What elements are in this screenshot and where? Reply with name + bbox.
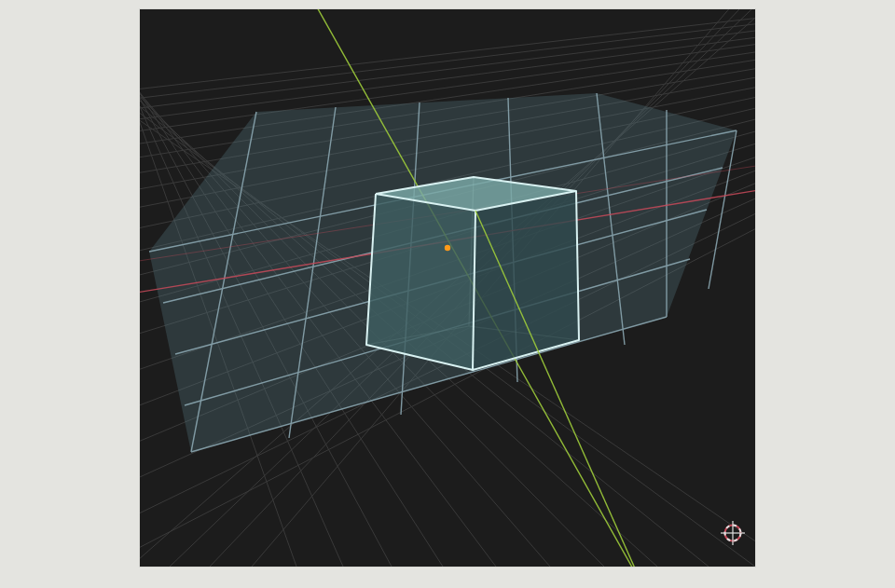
page-root [0,0,895,588]
object-origin-point [445,245,450,251]
3d-viewport[interactable] [140,9,755,567]
cube-face-left[interactable] [366,194,475,370]
cube-face-right[interactable] [473,191,579,370]
viewport-canvas[interactable] [140,9,755,567]
